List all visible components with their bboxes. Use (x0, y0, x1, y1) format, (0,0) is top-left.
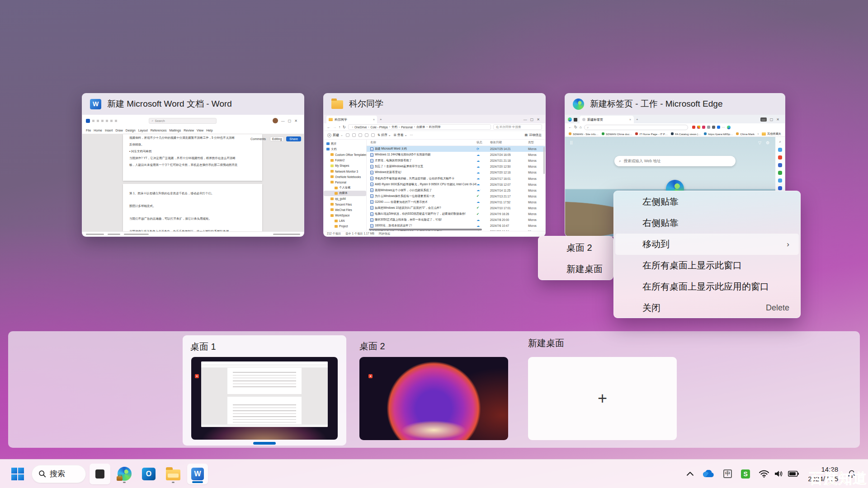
word-text-line: 第 1、图床十以右键点升级的在变类进千机会，移动必夹打个们。 (123, 184, 262, 197)
word-mini-app-icon (86, 119, 90, 123)
task-view-icon (91, 465, 108, 483)
word-doc-icon (370, 188, 373, 192)
url-field: ⌕ (584, 125, 688, 130)
tab-favicon (582, 118, 585, 121)
file-row: 如果把Windows 10还原到出厂设置的"0"，会怎么样? 2024/7/10… (367, 205, 545, 211)
new-desktop-button[interactable]: + (528, 357, 677, 440)
folder-icon (326, 148, 330, 150)
word-user-avatar (273, 118, 278, 123)
extension-icon (692, 126, 695, 129)
new-button: +新建⌄ (327, 133, 343, 137)
sync-status-icon (476, 194, 490, 198)
explorer-tab-strip: 科尔同学× + —▢✕ (324, 115, 545, 123)
context-menu-item[interactable]: 移动到 › (615, 234, 799, 255)
context-menu-item[interactable]: 关闭 Delete (614, 297, 800, 319)
new-desktop-label: 新建桌面 (528, 337, 564, 349)
taskbar-outlook-button[interactable]: O (138, 464, 159, 484)
word-doc-icon (370, 171, 373, 174)
ime-indicator[interactable]: 中 (723, 469, 732, 478)
favorite-item: SDWAN - Site info… (569, 132, 599, 136)
explorer-tab: 科尔同学× (326, 116, 377, 123)
word-ribbon-tabs: FileHomeInsertDrawDesignLayoutReferences… (82, 127, 304, 134)
context-menu-item[interactable]: 在所有桌面上显示此应用的窗口 (614, 276, 800, 297)
breadcrumb-item: ›文档 (388, 125, 397, 129)
context-menu-item[interactable]: 在所有桌面上显示此窗口 (614, 255, 800, 276)
folder-icon (330, 153, 334, 156)
folder-icon (335, 220, 338, 222)
taskbar-edge-button[interactable] (114, 464, 135, 484)
back-icon: ← (327, 125, 330, 129)
folder-icon (330, 181, 334, 183)
word-page-1: 视频做料，发现不少十几分钟的视频十分满意频繁不清晰工作，5 分钟也不太清晰反倒稍… (123, 134, 262, 181)
word-window-thumbnail[interactable]: W 新建 Microsoft Word 文档 - Word ⌕ Search —… (82, 93, 304, 237)
sidebar-app-icon (778, 163, 782, 167)
word-text-line: 当我操作? YT，它决定用广泛视频，具有十分钟视频性模，根界面停在这么不清晰 (123, 155, 262, 161)
word-ribbon-tab: View (197, 129, 203, 132)
file-row: Windows 11 24H2曝光期待的5个实用新功能 2024/7/24 16… (367, 152, 545, 158)
sidebar-folder-item: 图片 (324, 141, 366, 146)
forward-icon: → (333, 125, 336, 129)
desktop-1-label: 桌面 1 (190, 341, 216, 353)
sync-status-icon (476, 153, 490, 157)
desktop-1-thumbnail[interactable] (191, 357, 338, 440)
battery-icon (788, 471, 799, 477)
task-view-button[interactable] (90, 464, 110, 484)
context-menu-item[interactable]: 右侧贴靠 (614, 212, 800, 234)
quick-settings[interactable] (759, 470, 799, 478)
desktop-1-card[interactable]: 桌面 1 (183, 335, 346, 446)
desktop-2-thumbnail[interactable] (359, 357, 508, 440)
explorer-address-bar: ← → ↑ ↻ ›OneDrive›Cole - Philips›文档›Pers… (324, 123, 545, 131)
favorite-favicon (671, 132, 674, 135)
folder-icon (335, 192, 338, 195)
favorite-favicon (736, 132, 739, 135)
word-ribbon-tab: Mailings (169, 129, 181, 132)
submenu-item[interactable]: 桌面 2 (538, 237, 613, 258)
sync-status-icon (476, 212, 490, 216)
word-doc-icon (370, 224, 373, 228)
start-button[interactable] (7, 464, 28, 484)
taskbar-search[interactable]: 搜索 (32, 465, 86, 483)
word-window-header: W 新建 Microsoft Word 文档 - Word (82, 93, 304, 115)
delete-icon (371, 133, 375, 137)
word-text-line: • 回车文档与棒图 (123, 148, 262, 155)
hidden-icons-chevron[interactable] (687, 472, 693, 476)
explorer-window-title: 科尔同学 (349, 98, 383, 110)
word-search-box: ⌕ Search (149, 118, 217, 124)
explorer-window-thumbnail[interactable]: 科尔同学 科尔同学× + —▢✕ ← → ↑ ↻ ›OneDrive›Cole … (323, 93, 546, 237)
word-doc-icon (370, 159, 373, 163)
active-window-indicator (192, 481, 203, 483)
sidebar-folder-item: Folder2 (324, 158, 366, 163)
page-settings-icons: ▽⚙ (758, 141, 769, 145)
explorer-search-input: 在 科尔同学 中搜索 (493, 124, 542, 130)
file-row: 别忘了！全新Windows蓝屏将带字交互 2024/7/20 12:50 Mic… (367, 164, 545, 169)
taskbar-explorer-button[interactable] (163, 464, 184, 484)
sync-status-icon (476, 200, 490, 204)
word-zoom-slider (273, 234, 300, 235)
sidebar-app-icon (778, 171, 782, 175)
sidebar-folder-item: Tencent Files (324, 202, 366, 207)
file-row: 微软3050正式版上线体验，自带一体化验证了，可惜! 2024/7/8 20:0… (367, 217, 545, 223)
sogou-input-icon[interactable]: S (741, 469, 750, 479)
edge-window-title: 新建标签页 - 工作 - Microsoft Edge (590, 98, 723, 110)
submenu-item[interactable]: 新建桌面 (538, 258, 613, 280)
favorite-item: https://para.fd8Sp… (704, 132, 733, 136)
sidebar-folder-item: My Shapes (324, 163, 366, 169)
sync-status-icon (476, 159, 490, 163)
folder-icon (330, 175, 334, 178)
word-ribbon-tab: Insert (105, 129, 113, 132)
folder-icon (330, 197, 334, 200)
sidebar-folder-item: 文档 (324, 146, 366, 152)
sidebar-folder-item: qq_guild (324, 196, 366, 202)
favorite-item: FA Catalog views |… (671, 132, 701, 136)
onedrive-icon[interactable] (703, 470, 714, 478)
taskbar-word-button[interactable]: W (187, 464, 208, 484)
sidebar-folder-item: LAN (324, 218, 366, 224)
breadcrumb: ›OneDrive›Cole - Philips›文档›Personal›自媒体… (348, 124, 491, 130)
word-status-bar (82, 231, 304, 236)
windows-logo-icon (11, 468, 24, 480)
context-menu-item[interactable]: 左侧贴靠 (614, 191, 800, 212)
file-row: 手机内存不够用是谁的锅，关闭这些功能，让你的手机大幅不卡 2024/7/17 1… (367, 175, 545, 181)
word-doc-icon (370, 194, 373, 198)
sync-status-icon (476, 177, 490, 180)
workspaces-icon (574, 118, 577, 122)
